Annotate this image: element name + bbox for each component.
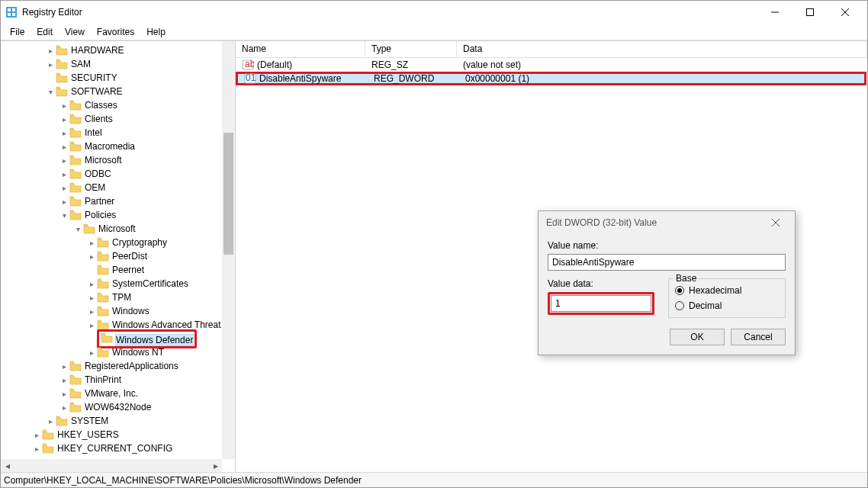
tree-node-label: Windows Defender <box>116 335 193 345</box>
expander-icon[interactable]: ▸ <box>59 182 69 193</box>
tree-node[interactable]: ▸Classes <box>1 98 235 112</box>
tree-node[interactable]: ▸OEM <box>1 181 235 194</box>
tree-node[interactable]: ▸RegisteredApplications <box>1 359 235 373</box>
tree-node[interactable]: ▸WOW6432Node <box>1 400 235 414</box>
values-pane: Name Type Data ab(Default)REG_SZ(value n… <box>236 41 867 472</box>
expander-icon[interactable]: ▸ <box>59 169 69 179</box>
tree-node[interactable]: ▾Policies <box>1 208 235 222</box>
value-row[interactable]: 011DisableAntiSpywareREG_DWORD0x00000001… <box>236 72 866 85</box>
tree-node[interactable]: ▸HARDWARE <box>1 43 235 57</box>
expander-icon[interactable]: ▸ <box>86 251 97 262</box>
col-header-data[interactable]: Data <box>457 41 867 57</box>
tree-node[interactable]: ▸Cryptography <box>1 236 235 249</box>
menu-view[interactable]: View <box>59 25 91 39</box>
tree-node[interactable]: SECURITY <box>1 71 235 85</box>
tree-node[interactable]: ▸HKEY_USERS <box>1 428 235 441</box>
col-header-name[interactable]: Name <box>236 41 365 57</box>
tree-node[interactable]: ▾SOFTWARE <box>1 85 235 98</box>
menu-favorites[interactable]: Favorites <box>91 25 140 39</box>
expander-icon[interactable]: ▾ <box>59 210 69 220</box>
titlebar: Registry Editor <box>1 1 867 24</box>
value-row[interactable]: ab(Default)REG_SZ(value not set) <box>236 58 867 72</box>
tree-node[interactable]: ▸Clients <box>1 112 235 126</box>
ok-button[interactable]: OK <box>670 329 725 345</box>
svg-rect-3 <box>8 13 11 16</box>
expander-icon[interactable]: ▸ <box>86 292 97 303</box>
dialog-close-button[interactable] <box>764 211 787 234</box>
close-button[interactable] <box>828 1 863 24</box>
expander-icon[interactable]: ▸ <box>86 347 97 358</box>
expander-icon[interactable] <box>86 333 97 344</box>
registry-tree[interactable]: ▸HARDWARE▸SAMSECURITY▾SOFTWARE▸Classes▸C… <box>1 41 235 472</box>
svg-text:ab: ab <box>245 59 254 69</box>
tree-node[interactable]: ▸Windows NT <box>1 345 235 359</box>
expander-icon[interactable]: ▸ <box>45 59 56 69</box>
menu-file[interactable]: File <box>4 25 31 39</box>
tree-node-label: ThinPrint <box>85 374 121 385</box>
dialog-titlebar[interactable]: Edit DWORD (32-bit) Value <box>538 211 795 234</box>
tree-node[interactable]: ▸Intel <box>1 126 235 140</box>
expander-icon[interactable]: ▸ <box>86 237 97 248</box>
tree-node[interactable]: ▸Macromedia <box>1 140 235 153</box>
expander-icon[interactable]: ▸ <box>59 402 69 413</box>
tree-node[interactable]: ▸TPM <box>1 291 235 304</box>
tree-node[interactable]: ▸ThinPrint <box>1 373 235 387</box>
menu-edit[interactable]: Edit <box>31 25 59 39</box>
tree-scrollbar-horizontal[interactable]: ◂▸ <box>1 459 222 472</box>
expander-icon[interactable]: ▸ <box>59 361 69 371</box>
tree-node[interactable]: ▸SystemCertificates <box>1 277 235 291</box>
expander-icon[interactable]: ▸ <box>86 319 97 330</box>
tree-node[interactable]: ▸Partner <box>1 194 235 208</box>
expander-icon[interactable]: ▸ <box>45 45 56 56</box>
tree-node[interactable]: Windows Defender <box>1 332 235 345</box>
expander-icon[interactable]: ▸ <box>59 100 69 111</box>
col-header-type[interactable]: Type <box>365 41 457 57</box>
expander-icon[interactable]: ▸ <box>45 416 56 426</box>
tree-scrollbar-vertical[interactable] <box>222 41 235 459</box>
expander-icon[interactable]: ▸ <box>59 388 69 399</box>
tree-node[interactable]: Peernet <box>1 263 235 277</box>
expander-icon[interactable]: ▸ <box>59 196 69 207</box>
tree-node[interactable]: ▸SYSTEM <box>1 414 235 428</box>
expander-icon[interactable]: ▸ <box>86 306 97 316</box>
radio-hexadecimal[interactable]: Hexadecimal <box>675 285 779 296</box>
expander-icon[interactable]: ▸ <box>59 127 69 138</box>
tree-node-label: OEM <box>85 182 105 193</box>
expander-icon[interactable]: ▾ <box>45 86 56 97</box>
tree-node[interactable]: ▸Windows <box>1 304 235 318</box>
expander-icon[interactable]: ▾ <box>72 223 83 234</box>
tree-node-label: Clients <box>85 114 113 124</box>
value-data-highlight <box>548 292 654 315</box>
values-list[interactable]: ab(Default)REG_SZ(value not set)011Disab… <box>236 58 867 85</box>
tree-node-label: HKEY_USERS <box>57 429 119 440</box>
expander-icon[interactable]: ▸ <box>59 155 69 165</box>
tree-node-label: SOFTWARE <box>71 86 123 97</box>
tree-node[interactable]: ▾Microsoft <box>1 222 235 236</box>
expander-icon[interactable]: ▸ <box>59 114 69 124</box>
tree-node[interactable]: ▸ODBC <box>1 167 235 181</box>
status-path: Computer\HKEY_LOCAL_MACHINE\SOFTWARE\Pol… <box>4 475 362 486</box>
value-name: (Default) <box>257 59 292 70</box>
cancel-button[interactable]: Cancel <box>731 329 786 345</box>
expander-icon[interactable]: ▸ <box>31 429 42 440</box>
radio-decimal[interactable]: Decimal <box>675 300 779 311</box>
maximize-button[interactable] <box>792 1 828 24</box>
tree-node[interactable]: ▸HKEY_CURRENT_CONFIG <box>1 441 235 455</box>
edit-dword-dialog: Edit DWORD (32-bit) Value Value name: Va… <box>538 210 796 355</box>
expander-icon[interactable]: ▸ <box>59 141 69 152</box>
tree-node[interactable]: ▸VMware, Inc. <box>1 387 235 400</box>
expander-icon[interactable]: ▸ <box>31 443 42 454</box>
expander-icon[interactable]: ▸ <box>86 278 97 289</box>
value-data: (value not set) <box>457 59 867 71</box>
tree-node[interactable]: ▸PeerDist <box>1 249 235 263</box>
value-data-input[interactable] <box>551 295 651 312</box>
tree-node[interactable]: ▸SAM <box>1 57 235 71</box>
expander-icon[interactable]: ▸ <box>59 374 69 385</box>
value-name-input[interactable] <box>548 254 786 271</box>
tree-node[interactable]: ▸Microsoft <box>1 153 235 167</box>
expander-icon[interactable] <box>86 265 97 275</box>
minimize-button[interactable] <box>757 1 792 24</box>
expander-icon[interactable] <box>45 72 56 83</box>
menu-help[interactable]: Help <box>140 25 172 39</box>
tree-node-label: RegisteredApplications <box>85 361 178 371</box>
